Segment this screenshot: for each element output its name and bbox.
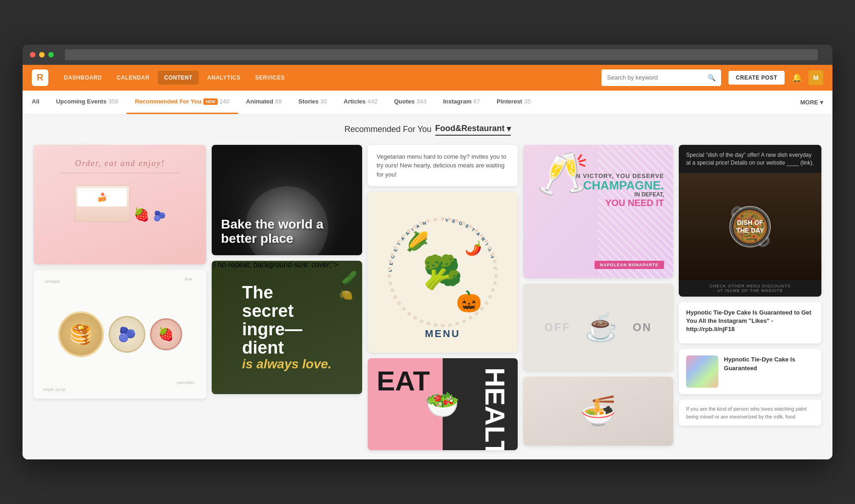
notifications-icon[interactable]: 🔔 <box>792 73 802 83</box>
grid-col-4: 🥂 IN VICTORY, YOU DESERVE CHAMPAGNE. IN … <box>523 145 673 446</box>
close-dot[interactable] <box>30 52 35 57</box>
card-secret-text: The secret ingre— dient is always love. <box>242 284 332 371</box>
section-category[interactable]: Food&Restaurant ▾ <box>435 124 511 136</box>
avatar-letter: M <box>813 74 819 81</box>
card-veg-text-content: Vegetarian menu hard to come by? invites… <box>377 152 508 179</box>
tab-pinterest[interactable]: Pinterest 35 <box>488 90 539 114</box>
nav-services[interactable]: SERVICES <box>248 71 291 85</box>
new-badge: NEW <box>203 98 218 105</box>
logo-letter: R <box>37 72 43 83</box>
tab-all[interactable]: All <box>32 90 48 114</box>
sub-navigation: All Upcoming Events 358 Recommended For … <box>23 91 832 115</box>
more-button[interactable]: MORE ▾ <box>800 99 823 106</box>
nav-analytics[interactable]: ANALYTICS <box>201 71 247 85</box>
content-area: Recommended For You Food&Restaurant ▾ Or… <box>23 115 832 460</box>
veg-menu-label: MENU <box>425 328 460 340</box>
tab-instagram[interactable]: Instagram 67 <box>435 90 489 114</box>
card-coffee-toggle[interactable]: OFF ☕ ON <box>523 284 673 371</box>
grid-col-2: Bake the world a better place ') no-repe… <box>212 145 362 394</box>
logo[interactable]: R <box>32 69 48 86</box>
card-veg-menu[interactable]: VEGETARIAN • VEGETARIAN • 🥦 🌽 🎃 🌶️ <box>368 192 518 353</box>
dish-bottom-text: CHECK OTHER MENU DISCOUNTS <box>686 284 814 288</box>
card-order-enjoy[interactable]: Order, eat and enjoy! 🍰 🍓 🫐 <box>34 145 206 264</box>
nav-dashboard[interactable]: DASHBOARD <box>58 71 109 85</box>
tab-quotes[interactable]: Quotes 343 <box>386 90 435 114</box>
create-post-button[interactable]: CREATE POST <box>728 71 785 85</box>
search-box: 🔍 <box>601 69 721 86</box>
tab-animated[interactable]: Animated 69 <box>238 90 290 114</box>
article-2-thumbnail <box>686 355 718 388</box>
content-grid: Order, eat and enjoy! 🍰 🍓 🫐 <box>34 145 821 451</box>
nav-content[interactable]: CONTENT <box>158 71 199 85</box>
card-article-body[interactable]: If you are the kind of person who loves … <box>679 400 821 426</box>
card-order-text: Order, eat and enjoy! <box>75 159 165 168</box>
card-veg-text[interactable]: Vegetarian menu hard to come by? invites… <box>368 145 518 187</box>
grid-col-3: Vegetarian menu hard to come by? invites… <box>368 145 518 451</box>
chevron-down-icon: ▾ <box>820 99 823 106</box>
tab-stories[interactable]: Stories 30 <box>290 90 335 114</box>
minimize-dot[interactable] <box>39 52 45 57</box>
card-secret[interactable]: ') no-repeat; background-size: cover;"> … <box>212 261 362 394</box>
tab-recommended[interactable]: Recommended For You NEW 140 <box>127 90 237 114</box>
avatar[interactable]: M <box>809 70 823 85</box>
maximize-dot[interactable] <box>48 52 54 57</box>
article-2-title: Hypnotic Tie-Dye Cake Is Guaranteed <box>724 355 814 372</box>
champ-stripes <box>598 145 673 278</box>
card-off-label: OFF <box>544 321 571 334</box>
champ-attribution: NAPOLEAN BONAPARTE <box>595 261 664 269</box>
grid-col-right: Special "dish of the day" offer! A new d… <box>679 145 821 426</box>
dish-circle-label: DISH OF THE DAY <box>729 206 771 247</box>
article-1-title: Hypnotic Tie-Dye Cake Is Guaranteed to G… <box>686 309 814 334</box>
coffee-cup-icon: ☕ <box>584 311 619 344</box>
card-pancakes[interactable]: 🥞 🫐 🍓 maple syrup pancakes lime oranges <box>34 270 206 399</box>
tab-articles[interactable]: Articles 442 <box>335 90 386 114</box>
nav-calendar[interactable]: CALENDAR <box>110 71 156 85</box>
search-icon: 🔍 <box>708 74 716 81</box>
tab-upcoming-events[interactable]: Upcoming Events 358 <box>48 90 127 114</box>
section-title: Recommended For You <box>344 125 431 134</box>
section-header: Recommended For You Food&Restaurant ▾ <box>34 124 821 136</box>
dish-description: Special "dish of the day" offer! A new d… <box>686 151 814 167</box>
top-navigation: R DASHBOARD CALENDAR CONTENT ANALYTICS S… <box>23 65 832 91</box>
grid-col-1: Order, eat and enjoy! 🍰 🍓 🫐 <box>34 145 206 399</box>
card-champagne[interactable]: 🥂 IN VICTORY, YOU DESERVE CHAMPAGNE. IN … <box>523 145 673 278</box>
card-article-2[interactable]: Hypnotic Tie-Dye Cake Is Guaranteed <box>679 349 821 394</box>
url-bar <box>65 49 818 60</box>
card-dish-of-day[interactable]: Special "dish of the day" offer! A new d… <box>679 145 821 297</box>
article-2-content: Hypnotic Tie-Dye Cake Is Guaranteed <box>724 355 814 372</box>
search-input[interactable] <box>607 74 704 81</box>
card-eat-health[interactable]: EAT 🥗 HEALTH <box>368 358 518 450</box>
card-article-1[interactable]: Hypnotic Tie-Dye Cake Is Guaranteed to G… <box>679 302 821 344</box>
dish-website-text: AT INAME OF THE WEBSITE <box>686 288 814 293</box>
card-bake[interactable]: Bake the world a better place <box>212 145 362 255</box>
card-bake-text: Bake the world a better place <box>221 218 352 246</box>
card-on-label: ON <box>633 321 652 334</box>
chevron-down-icon: ▾ <box>507 124 511 134</box>
article-body-text: If you are the kind of person who loves … <box>686 405 814 420</box>
card-soup[interactable]: 🍜 <box>523 377 673 446</box>
card-health-word: HEALTH <box>481 367 508 450</box>
card-eat-word: EAT <box>377 367 430 395</box>
